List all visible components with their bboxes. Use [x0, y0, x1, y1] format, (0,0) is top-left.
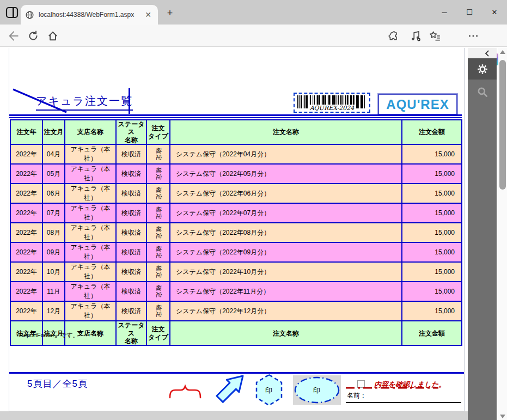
- table-body: 2022年04月アキュラ（本社）検収済確定システム保守（2022年04月分）15…: [10, 144, 462, 321]
- collapse-chevron-icon[interactable]: [483, 49, 492, 58]
- report-footer-note: 「ReportFooter」です。: [13, 331, 78, 339]
- red-dash-line: [346, 387, 438, 389]
- back-icon[interactable]: [8, 30, 20, 42]
- side-panel: [468, 80, 497, 420]
- double-rule: [9, 114, 462, 118]
- cell-year: 2022年: [10, 301, 42, 321]
- browser-tab[interactable]: localhost:44388/WebForm1.aspx ✕: [21, 5, 158, 25]
- cell-status: 検収済: [116, 184, 146, 203]
- cell-month: 12月: [42, 301, 65, 321]
- table-header-row: 注文年注文月支店名称ステータス 名称注文 タイプ注文名称注文金額: [10, 120, 462, 144]
- tab-close-icon[interactable]: ✕: [143, 10, 154, 19]
- order-row: 2022年10月アキュラ（本社）検収済確定システム保守（2022年10月分）15…: [10, 262, 462, 282]
- cell-year: 2022年: [10, 242, 42, 262]
- browser-essentials-icon[interactable]: [410, 30, 422, 42]
- tab-title: localhost:44388/WebForm1.aspx: [39, 11, 143, 19]
- cell-amount: 15,000: [402, 242, 462, 262]
- cell-name: システム保守（2022年09月分）: [170, 242, 402, 262]
- cell-branch: アキュラ（本社）: [65, 184, 116, 203]
- title-separator-line: [129, 88, 130, 114]
- minimize-button[interactable]: ─: [433, 7, 455, 19]
- logo-text: AQU'REX: [386, 97, 449, 112]
- cell-month: 06月: [42, 184, 65, 203]
- cell-year: 2022年: [10, 203, 42, 223]
- cell-amount: 15,000: [402, 144, 462, 164]
- cell-type: 確定: [146, 262, 170, 282]
- cell-year: 2022年: [10, 184, 42, 203]
- scroll-down-icon[interactable]: [499, 413, 506, 419]
- cell-name: システム保守（2022年08月分）: [170, 223, 402, 242]
- cell-month: 05月: [42, 164, 65, 184]
- cell-month: 10月: [42, 262, 65, 282]
- cell-year: 2022年: [10, 282, 42, 301]
- header-cell: 注文 タイプ: [146, 120, 170, 144]
- cell-type: 確定: [146, 144, 170, 164]
- cell-month: 07月: [42, 203, 65, 223]
- order-row: 2022年11月アキュラ（本社）検収済確定システム保守（2022年11月分）15…: [10, 282, 462, 301]
- cell-branch: アキュラ（本社）: [65, 223, 116, 242]
- refresh-icon[interactable]: [27, 30, 39, 42]
- cell-year: 2022年: [10, 223, 42, 242]
- cell-status: 検収済: [116, 242, 146, 262]
- cell-month: 11月: [42, 282, 65, 301]
- viewer-bottom-strip: [0, 411, 468, 420]
- header-cell: 注文金額: [402, 120, 462, 144]
- cell-name: システム保守（2022年11月分）: [170, 282, 402, 301]
- cell-month: 09月: [42, 242, 65, 262]
- cell-branch: アキュラ（本社）: [65, 144, 116, 164]
- cell-amount: 15,000: [402, 262, 462, 282]
- cell-month: 04月: [42, 144, 65, 164]
- cell-name: システム保守（2022年07月分）: [170, 203, 402, 223]
- browser-navbar: https://localhost:44388/WebForm1.aspx A: [0, 25, 507, 47]
- scrollbar-thumb[interactable]: [499, 60, 506, 190]
- extensions-icon[interactable]: [388, 30, 400, 42]
- header-cell: 注文年: [10, 120, 42, 144]
- cell-status: 検収済: [116, 301, 146, 321]
- new-tab-button[interactable]: +: [163, 8, 176, 19]
- cell-type: 確定: [146, 242, 170, 262]
- more-menu-icon[interactable]: [467, 30, 479, 42]
- header-cell: 注文名称: [170, 120, 402, 144]
- cell-year: 2022年: [10, 144, 42, 164]
- header-cell: 注文名称: [170, 321, 402, 345]
- maximize-button[interactable]: ☐: [459, 7, 480, 19]
- order-row: 2022年08月アキュラ（本社）検収済確定システム保守（2022年08月分）15…: [10, 223, 462, 242]
- header-cell: ステータス 名称: [116, 321, 146, 345]
- header-cell: 支店名称: [65, 120, 116, 144]
- browser-titlebar: localhost:44388/WebForm1.aspx ✕ + ─ ☐ ✕: [0, 0, 507, 25]
- panel-search-button[interactable]: [468, 80, 497, 105]
- cell-name: システム保守（2022年05月分）: [170, 164, 402, 184]
- brace-shape: [166, 383, 204, 400]
- cell-status: 検収済: [116, 282, 146, 301]
- cell-status: 検収済: [116, 144, 146, 164]
- settings-panel-button[interactable]: [468, 58, 497, 80]
- side-panel-header: [468, 48, 497, 58]
- cell-type: 確定: [146, 164, 170, 184]
- order-row: 2022年07月アキュラ（本社）検収済確定システム保守（2022年07月分）15…: [10, 203, 462, 223]
- cell-branch: アキュラ（本社）: [65, 242, 116, 262]
- favorites-hub-icon[interactable]: [429, 30, 441, 42]
- cell-type: 確定: [146, 184, 170, 203]
- cell-status: 検収済: [116, 164, 146, 184]
- barcode-label: AQUREX-2024: [308, 105, 356, 112]
- scroll-up-icon[interactable]: [499, 50, 506, 55]
- cell-year: 2022年: [10, 262, 42, 282]
- cell-type: 確定: [146, 203, 170, 223]
- cell-month: 08月: [42, 223, 65, 242]
- cell-branch: アキュラ（本社）: [65, 282, 116, 301]
- tab-workspaces-icon[interactable]: [5, 7, 19, 19]
- barcode: AQUREX-2024: [294, 93, 370, 113]
- cell-amount: 15,000: [402, 301, 462, 321]
- home-icon[interactable]: [47, 30, 59, 42]
- header-cell: 注文 タイプ: [146, 321, 170, 345]
- cell-name: システム保守（2022年12月分）: [170, 301, 402, 321]
- cell-name: システム保守（2022年06月分）: [170, 184, 402, 203]
- search-icon: [477, 86, 488, 98]
- cell-branch: アキュラ（本社）: [65, 301, 116, 321]
- header-cell: 注文月: [42, 120, 65, 144]
- stamp-ellipse-label: 印: [313, 386, 320, 395]
- header-cell: 注文金額: [402, 321, 462, 345]
- close-button[interactable]: ✕: [484, 7, 505, 19]
- name-label: 名前：: [347, 391, 366, 400]
- logo-box: AQU'REX: [378, 94, 457, 115]
